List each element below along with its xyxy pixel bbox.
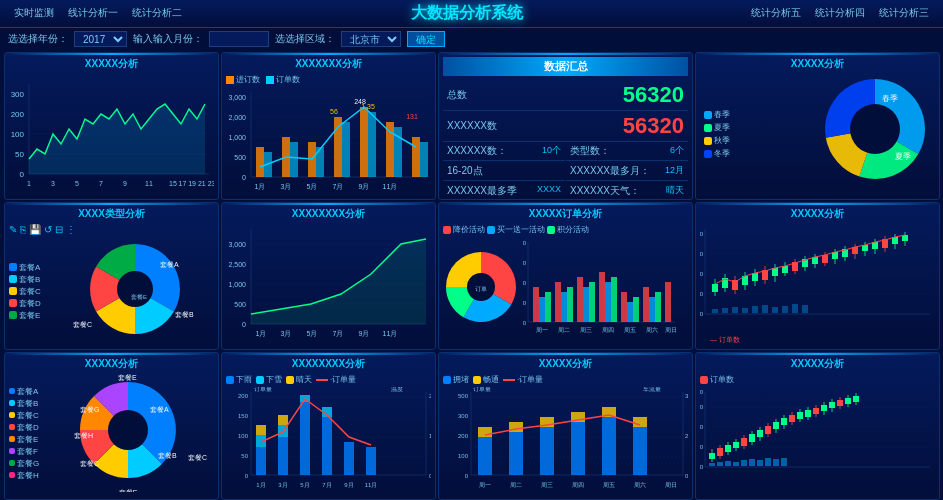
refresh-icon[interactable]: ↺ [44, 224, 52, 235]
svg-text:周一: 周一 [536, 327, 548, 333]
svg-rect-241 [540, 427, 554, 475]
svg-text:500: 500 [234, 154, 246, 161]
svg-text:2,500: 2,500 [228, 261, 246, 268]
svg-text:7月: 7月 [322, 482, 331, 488]
svg-rect-315 [781, 458, 787, 466]
svg-rect-142 [782, 266, 788, 273]
svg-text:11: 11 [145, 180, 153, 187]
legend-summer: 夏季 [704, 122, 730, 133]
svg-text:300: 300 [11, 90, 25, 99]
svg-rect-37 [412, 137, 420, 177]
weather-bar-chart: 0 50 100 150 200 0 15°C 25°C 1月 [226, 387, 431, 495]
svg-text:春季: 春季 [882, 94, 898, 103]
svg-rect-303 [845, 398, 851, 404]
svg-rect-210 [322, 417, 332, 475]
nav-realtime[interactable]: 实时监测 [8, 4, 60, 24]
svg-text:0: 0 [20, 170, 25, 179]
panel-weather-chart: XXXXXXXX分析 下雨 下雪 晴天 ·订单量 [221, 352, 436, 500]
summary-cell-3: 16-20点 [443, 162, 565, 181]
bar-orders-weekly: 0 500 1,000 1,500 2,000 [523, 237, 678, 337]
svg-rect-243 [571, 422, 585, 475]
nav-left[interactable]: 实时监测 线计分析一 统计分析二 [8, 4, 188, 24]
svg-rect-171 [752, 306, 758, 313]
panel-line-chart-1: XXXXX分析 0 50 100 200 300 1 3 5 7 9 11 [4, 52, 219, 200]
svg-rect-174 [782, 306, 788, 313]
legend-autumn: 秋季 [704, 135, 730, 146]
panel-data-summary: 数据汇总 总数 56320 XXXXXX数 56320 XXXXXX数：10个 … [438, 52, 693, 200]
nav-line-analysis[interactable]: 线计分析一 [62, 4, 124, 24]
svg-rect-312 [757, 460, 763, 466]
svg-text:套餐C: 套餐C [188, 454, 207, 461]
legend-single-orders: 订单数 [266, 74, 300, 85]
filter-icon[interactable]: ⊟ [55, 224, 63, 235]
summary-cell-6: XXXXXX天气：晴天 [566, 182, 688, 200]
svg-rect-42 [368, 112, 376, 177]
legend-meal2-d: 套餐D [9, 422, 53, 433]
svg-rect-238 [478, 427, 492, 437]
nav-stat-3[interactable]: 统计分析三 [873, 4, 935, 24]
svg-rect-283 [765, 426, 771, 434]
year-select[interactable]: 2017 [74, 31, 127, 47]
edit-icon[interactable]: ✎ [9, 224, 17, 235]
save-icon[interactable]: 💾 [29, 224, 41, 235]
panel-pie-seasons: XXXXX分析 春季 夏季 秋季 冬季 [695, 52, 940, 200]
legend-clear: 畅通 [473, 374, 499, 385]
svg-text:套餐C: 套餐C [80, 460, 99, 467]
svg-text:1月: 1月 [256, 330, 267, 337]
nav-right[interactable]: 统计分析五 统计分析四 统计分析三 [745, 4, 935, 24]
panel-title-4: XXXXX分析 [700, 57, 935, 71]
nav-stat-2[interactable]: 统计分析二 [126, 4, 188, 24]
svg-rect-269 [709, 453, 715, 459]
svg-rect-204 [256, 425, 266, 435]
svg-text:周日: 周日 [665, 327, 677, 333]
traffic-bar-chart: 0 100 200 300 500 0 200 300 周一 周二 [443, 387, 688, 495]
svg-text:248: 248 [354, 98, 366, 105]
svg-text:周三: 周三 [580, 327, 592, 333]
nav-stat-4[interactable]: 统计分析四 [809, 4, 871, 24]
svg-text:套餐H: 套餐H [74, 432, 93, 439]
svg-text:周六: 周六 [646, 326, 658, 333]
confirm-button[interactable]: 确定 [407, 31, 445, 47]
svg-rect-96 [577, 277, 583, 322]
svg-text:11月: 11月 [383, 330, 398, 337]
svg-text:1,000: 1,000 [228, 134, 246, 141]
svg-rect-208 [300, 402, 310, 475]
month-input[interactable] [209, 31, 269, 47]
svg-rect-299 [829, 402, 835, 408]
svg-rect-212 [344, 442, 354, 475]
svg-point-55 [850, 104, 900, 154]
region-select[interactable]: 北京市 [341, 31, 401, 47]
copy-icon[interactable]: ⎘ [20, 224, 26, 235]
legend-meal2-a: 套餐A [9, 386, 53, 397]
svg-text:11月: 11月 [383, 183, 398, 190]
legend-meal-e: 套餐E [9, 310, 57, 321]
nav-stat-5[interactable]: 统计分析五 [745, 4, 807, 24]
svg-text:周二: 周二 [510, 482, 522, 488]
svg-text:100: 100 [238, 433, 249, 439]
line-chart-1: 0 50 100 200 300 1 3 5 7 9 11 15 17 19 2… [9, 74, 214, 192]
svg-rect-99 [599, 272, 605, 322]
svg-rect-309 [733, 462, 739, 466]
svg-rect-31 [256, 147, 264, 177]
legend-promo-1: 降价活动 [443, 224, 485, 235]
svg-rect-91 [539, 297, 545, 322]
svg-rect-285 [773, 422, 779, 429]
svg-text:400: 400 [700, 231, 704, 237]
svg-point-178 [108, 410, 148, 450]
svg-text:套餐A: 套餐A [160, 261, 179, 268]
svg-text:200: 200 [11, 110, 25, 119]
svg-text:3月: 3月 [281, 330, 292, 337]
svg-rect-313 [765, 458, 771, 466]
svg-text:300: 300 [700, 404, 704, 410]
svg-rect-173 [772, 307, 778, 313]
svg-rect-237 [478, 437, 492, 475]
panel-title-8: XXXXX分析 [700, 207, 935, 221]
svg-text:3月: 3月 [281, 183, 292, 190]
more-icon[interactable]: ⋮ [66, 224, 76, 235]
svg-text:套餐C: 套餐C [73, 321, 92, 328]
legend-candle-orders: 订单数 [700, 374, 734, 385]
svg-text:套餐A: 套餐A [150, 406, 169, 413]
svg-text:— 订单数: — 订单数 [710, 336, 740, 343]
svg-text:0: 0 [465, 473, 469, 479]
svg-text:56: 56 [330, 108, 338, 115]
